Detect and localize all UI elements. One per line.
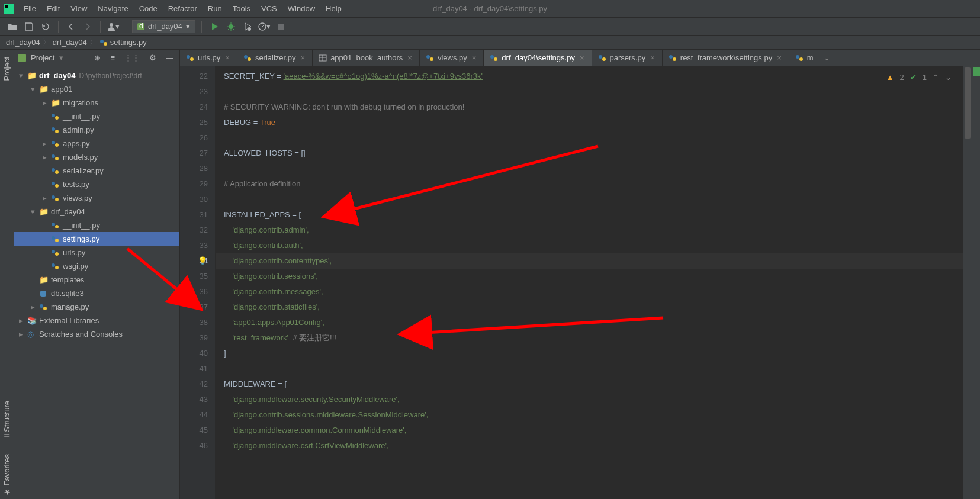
forward-icon[interactable] (81, 20, 94, 33)
tree-drfdir[interactable]: ▾📁drf_day04 (14, 205, 179, 218)
tab-serializer[interactable]: serializer.py× (237, 50, 313, 66)
coverage-icon[interactable] (241, 20, 254, 33)
tree-admin[interactable]: admin.py (14, 123, 179, 137)
run-icon[interactable] (208, 20, 221, 33)
menu-code[interactable]: Code (134, 3, 162, 14)
menu-run[interactable]: Run (203, 3, 227, 14)
back-icon[interactable] (65, 20, 78, 33)
close-icon[interactable]: × (471, 53, 478, 62)
menu-vcs[interactable]: VCS (256, 3, 282, 14)
tree-migrations[interactable]: ▸📁migrations (14, 96, 179, 110)
menu-edit[interactable]: Edit (42, 3, 65, 14)
locate-icon[interactable]: ⊕ (92, 53, 103, 62)
code-editor[interactable]: 2223242526272829303132333435363738394041… (180, 66, 980, 499)
menu-navigate[interactable]: Navigate (93, 3, 133, 14)
tree-models[interactable]: ▸models.py (14, 150, 179, 164)
breadcrumb-dir[interactable]: drf_day04 (53, 38, 87, 47)
svg-point-28 (52, 236, 55, 240)
open-icon[interactable] (6, 20, 19, 33)
run-config-label: drf_day04 (148, 22, 182, 31)
profile-icon[interactable]: ▾ (258, 20, 271, 33)
editor-tabs: urls.py× serializer.py× app01_book_autho… (180, 50, 980, 66)
menu-tools[interactable]: Tools (228, 3, 255, 14)
tree-apps[interactable]: ▸apps.py (14, 137, 179, 150)
tree-app01[interactable]: ▾📁app01 (14, 82, 179, 96)
tab-views[interactable]: views.py× (420, 50, 484, 66)
debug-icon[interactable] (224, 20, 237, 33)
tree-manage[interactable]: ▸manage.py (14, 300, 179, 314)
tree-serializer[interactable]: serializer.py (14, 164, 179, 178)
svg-point-37 (187, 55, 190, 59)
separator (201, 21, 202, 33)
chevron-down-icon[interactable]: ⌄ (945, 70, 952, 85)
close-icon[interactable]: × (300, 53, 307, 62)
project-tool-tab[interactable]: Project (1, 54, 12, 83)
flatten-icon[interactable]: ≡ (108, 53, 117, 62)
sync-icon[interactable] (39, 20, 52, 33)
sidebar-header: Project ▾ ⊕ ≡ ⋮⋮ ⚙ — (14, 50, 179, 66)
close-icon[interactable]: × (406, 53, 413, 62)
settings-icon[interactable]: ⚙ (147, 53, 159, 62)
tree-db[interactable]: db.sqlite3 (14, 286, 179, 300)
editor-scrollbar[interactable] (963, 66, 972, 499)
structure-tool-tab[interactable]: ⫴ Structure (1, 398, 12, 440)
breadcrumb-sep-icon: 〉 (43, 37, 50, 48)
tree-wsgi[interactable]: wsgi.py (14, 259, 179, 273)
menu-refactor[interactable]: Refactor (163, 3, 202, 14)
tree-ext-libs[interactable]: ▸📚External Libraries (14, 314, 179, 327)
menu-help[interactable]: Help (321, 3, 346, 14)
right-gutter[interactable] (972, 66, 980, 499)
close-icon[interactable]: × (224, 53, 231, 62)
svg-point-42 (426, 55, 430, 59)
tab-settings[interactable]: drf_day04\settings.py× (484, 50, 592, 66)
tree-templates[interactable]: 📁templates (14, 273, 179, 286)
close-icon[interactable]: × (649, 53, 656, 62)
chevron-up-icon[interactable]: ⌃ (933, 70, 939, 85)
tree-settings[interactable]: settings.py (14, 232, 179, 246)
python-file-icon (99, 38, 108, 47)
toolbar: ▾ dj drf_day04 ▾ ▾ (0, 18, 980, 36)
svg-rect-8 (278, 24, 284, 30)
favorites-tool-tab[interactable]: ★ Favorites (1, 452, 12, 499)
close-icon[interactable]: × (579, 53, 586, 62)
stop-icon[interactable] (274, 20, 287, 33)
tab-more[interactable]: m (789, 50, 820, 66)
tree-init2[interactable]: __init__.py (14, 218, 179, 232)
menu-file[interactable]: File (19, 3, 41, 14)
pycharm-logo-icon (4, 4, 14, 14)
tree-views[interactable]: ▸views.py (14, 191, 179, 205)
tree-tests[interactable]: tests.py (14, 178, 179, 191)
svg-point-5 (229, 24, 233, 29)
tab-rf-settings[interactable]: rest_framework\settings.py× (663, 50, 789, 66)
intention-bulb-icon[interactable]: 💡 (198, 253, 207, 269)
tree-root[interactable]: ▾📁drf_day04D:\pythonProject\drf (14, 69, 179, 82)
svg-rect-11 (18, 54, 26, 62)
svg-point-17 (55, 143, 59, 147)
svg-point-6 (248, 27, 251, 31)
sidebar-title: Project (31, 53, 54, 62)
svg-point-35 (40, 304, 43, 308)
tree-init[interactable]: __init__.py (14, 110, 179, 123)
breadcrumb-file[interactable]: settings.py (110, 38, 147, 47)
tree-scratches[interactable]: ▸◎Scratches and Consoles (14, 327, 179, 341)
tabs-overflow-icon[interactable]: ⌄ (820, 53, 834, 62)
breadcrumb-root[interactable]: drf_day04 (6, 38, 40, 47)
inspection-status[interactable]: ▲2 ✔1 ⌃ ⌄ (886, 70, 952, 85)
save-icon[interactable] (23, 20, 36, 33)
tab-urls[interactable]: urls.py× (180, 50, 237, 66)
close-icon[interactable]: × (776, 53, 783, 62)
tree-urls[interactable]: urls.py (14, 246, 179, 259)
tab-table[interactable]: app01_book_authors× (313, 50, 420, 66)
svg-point-13 (55, 116, 59, 120)
menu-window[interactable]: Window (283, 3, 320, 14)
check-icon: ✔ (910, 70, 917, 85)
hide-icon[interactable]: — (163, 53, 176, 62)
run-config-selector[interactable]: dj drf_day04 ▾ (132, 20, 195, 33)
user-icon[interactable]: ▾ (107, 20, 120, 33)
svg-point-33 (55, 266, 59, 269)
separator (126, 21, 126, 33)
scope-icon[interactable]: ⋮⋮ (122, 53, 142, 62)
code-content[interactable]: ▲2 ✔1 ⌃ ⌄ SECRET_KEY = 'aeace-%&&w=c#^o1… (216, 66, 963, 499)
tab-parsers[interactable]: parsers.py× (592, 50, 663, 66)
menu-view[interactable]: View (66, 3, 92, 14)
